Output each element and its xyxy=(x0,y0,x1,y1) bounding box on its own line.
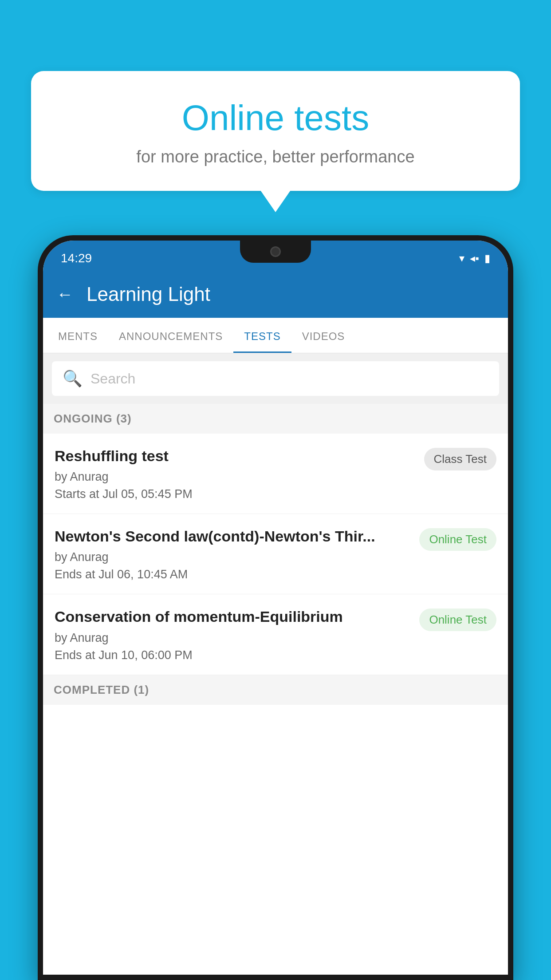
status-bar: 14:29 ▾ ◂▪ ▮ xyxy=(43,241,508,273)
test-info: Reshuffling test by Anurag Starts at Jul… xyxy=(55,446,415,501)
test-date: Ends at Jun 10, 06:00 PM xyxy=(55,648,410,662)
status-time: 14:29 xyxy=(61,251,92,265)
badge-online-test-2: Online Test xyxy=(419,609,496,631)
test-date: Starts at Jul 05, 05:45 PM xyxy=(55,487,415,501)
tab-videos[interactable]: VIDEOS xyxy=(291,318,356,353)
test-item[interactable]: Conservation of momentum-Equilibrium by … xyxy=(43,594,508,675)
battery-icon: ▮ xyxy=(484,252,490,265)
completed-section-header: COMPLETED (1) xyxy=(43,675,508,705)
test-info: Conservation of momentum-Equilibrium by … xyxy=(55,607,410,662)
test-info: Newton's Second law(contd)-Newton's Thir… xyxy=(55,526,410,581)
test-list: Reshuffling test by Anurag Starts at Jul… xyxy=(43,434,508,975)
search-icon: 🔍 xyxy=(63,369,83,388)
search-box[interactable]: 🔍 Search xyxy=(52,361,499,396)
tab-tests[interactable]: TESTS xyxy=(233,318,291,353)
badge-class-test: Class Test xyxy=(424,448,496,470)
bubble-title: Online tests xyxy=(53,98,498,138)
test-name: Reshuffling test xyxy=(55,446,415,466)
test-name: Conservation of momentum-Equilibrium xyxy=(55,607,410,626)
signal-icon: ◂▪ xyxy=(470,252,479,265)
notch xyxy=(240,241,311,263)
ongoing-label: ONGOING (3) xyxy=(54,412,132,425)
wifi-icon: ▾ xyxy=(459,252,464,265)
app-header: ← Learning Light xyxy=(43,273,508,318)
ongoing-section-header: ONGOING (3) xyxy=(43,404,508,434)
search-container: 🔍 Search xyxy=(43,353,508,404)
test-item[interactable]: Reshuffling test by Anurag Starts at Jul… xyxy=(43,434,508,514)
badge-online-test: Online Test xyxy=(419,528,496,551)
phone-screen: 14:29 ▾ ◂▪ ▮ ← Learning Light MENTS ANNO… xyxy=(43,241,508,975)
test-date: Ends at Jul 06, 10:45 AM xyxy=(55,568,410,581)
back-button[interactable]: ← xyxy=(56,285,73,304)
test-author: by Anurag xyxy=(55,631,410,645)
status-icons: ▾ ◂▪ ▮ xyxy=(459,252,490,265)
test-item[interactable]: Newton's Second law(contd)-Newton's Thir… xyxy=(43,514,508,594)
bubble-subtitle: for more practice, better performance xyxy=(53,147,498,166)
app-title: Learning Light xyxy=(87,283,210,305)
test-name: Newton's Second law(contd)-Newton's Thir… xyxy=(55,526,410,546)
tabs-bar: MENTS ANNOUNCEMENTS TESTS VIDEOS xyxy=(43,318,508,353)
promo-bubble: Online tests for more practice, better p… xyxy=(31,71,520,191)
tab-ments[interactable]: MENTS xyxy=(47,318,108,353)
completed-label: COMPLETED (1) xyxy=(54,683,149,696)
phone-frame: 14:29 ▾ ◂▪ ▮ ← Learning Light MENTS ANNO… xyxy=(38,235,513,980)
search-input[interactable]: Search xyxy=(91,371,135,387)
tab-announcements[interactable]: ANNOUNCEMENTS xyxy=(108,318,233,353)
camera xyxy=(270,246,281,257)
test-author: by Anurag xyxy=(55,550,410,564)
test-author: by Anurag xyxy=(55,470,415,484)
